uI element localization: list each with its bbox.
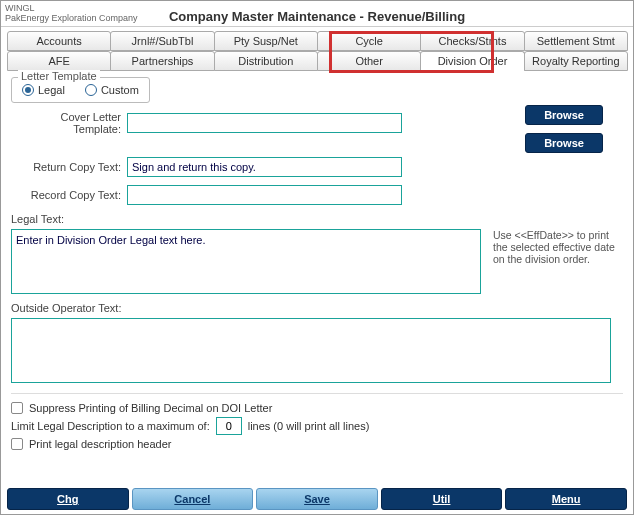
tab-settlement-stmt[interactable]: Settlement Stmt <box>524 31 628 51</box>
tabs: Accounts Jrnl#/SubTbl Pty Susp/Net Cycle… <box>7 31 627 71</box>
separator <box>11 393 623 394</box>
bottom-toolbar: Chg Cancel Save Util Menu <box>7 488 627 510</box>
radio-icon <box>22 84 34 96</box>
suppress-label: Suppress Printing of Billing Decimal on … <box>29 402 272 414</box>
browse-button-1[interactable]: Browse <box>525 105 603 125</box>
browse-button-2[interactable]: Browse <box>525 133 603 153</box>
tab-division-order[interactable]: Division Order <box>420 51 524 71</box>
outside-operator-label: Outside Operator Text: <box>11 302 623 314</box>
return-copy-label: Return Copy Text: <box>11 161 121 173</box>
cancel-button[interactable]: Cancel <box>132 488 254 510</box>
radio-custom-label: Custom <box>101 84 139 96</box>
window-header: WINGL PakEnergy Exploration Company Comp… <box>1 1 633 27</box>
legal-text-hint: Use <<EffDate>> to print the selected ef… <box>493 229 623 265</box>
radio-legal-label: Legal <box>38 84 65 96</box>
radio-legal[interactable]: Legal <box>22 84 65 96</box>
radio-icon <box>85 84 97 96</box>
letter-template-legend: Letter Template <box>18 70 100 82</box>
tab-royalty-reporting[interactable]: Royalty Reporting <box>524 51 628 71</box>
tab-accounts[interactable]: Accounts <box>7 31 111 51</box>
limit-lines-input[interactable] <box>216 417 242 435</box>
tab-cycle[interactable]: Cycle <box>317 31 421 51</box>
util-button[interactable]: Util <box>381 488 503 510</box>
tab-other[interactable]: Other <box>317 51 421 71</box>
chg-button[interactable]: Chg <box>7 488 129 510</box>
print-header-label: Print legal description header <box>29 438 171 450</box>
tab-distribution[interactable]: Distribution <box>214 51 318 71</box>
radio-custom[interactable]: Custom <box>85 84 139 96</box>
outside-operator-area[interactable] <box>11 318 611 383</box>
print-header-checkbox[interactable] <box>11 438 23 450</box>
legal-text-area[interactable] <box>11 229 481 294</box>
tab-pty-susp-net[interactable]: Pty Susp/Net <box>214 31 318 51</box>
tab-checks-stmts[interactable]: Checks/Stmts <box>420 31 524 51</box>
cover-letter-label: Cover Letter Template: <box>11 111 121 135</box>
legal-text-label: Legal Text: <box>11 213 623 225</box>
suppress-checkbox[interactable] <box>11 402 23 414</box>
limit-pre-label: Limit Legal Description to a maximum of: <box>11 420 210 432</box>
record-copy-label: Record Copy Text: <box>11 189 121 201</box>
tab-jrnl-subtbl[interactable]: Jrnl#/SubTbl <box>110 31 214 51</box>
tab-afe[interactable]: AFE <box>7 51 111 71</box>
save-button[interactable]: Save <box>256 488 378 510</box>
cover-letter-input[interactable] <box>127 113 402 133</box>
return-copy-input[interactable] <box>127 157 402 177</box>
record-copy-input[interactable] <box>127 185 402 205</box>
menu-button[interactable]: Menu <box>505 488 627 510</box>
limit-post-label: lines (0 will print all lines) <box>248 420 370 432</box>
letter-template-group: Letter Template Legal Custom <box>11 77 150 103</box>
tab-partnerships[interactable]: Partnerships <box>110 51 214 71</box>
